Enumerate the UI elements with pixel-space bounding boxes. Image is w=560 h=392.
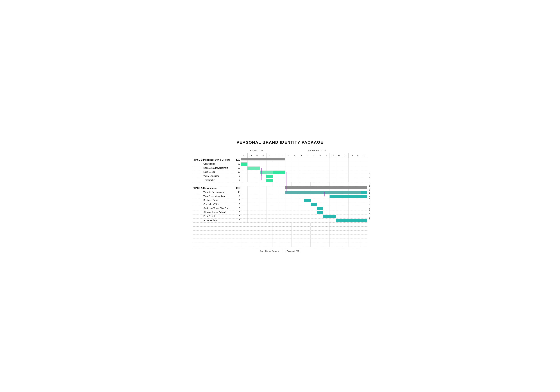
grid-row <box>241 162 367 166</box>
task-bar <box>285 191 361 194</box>
timeline-grid: August 2014September 2014 27282930311234… <box>241 149 367 247</box>
day-label: 1 <box>273 153 279 158</box>
day-label: 15 <box>361 153 367 158</box>
grid-row <box>241 178 367 182</box>
gantt-page: PERSONAL BRAND IDENTITY PACKAGE PHASE 1 … <box>193 140 367 252</box>
day-label: 30 <box>260 153 266 158</box>
today-marker <box>273 149 273 247</box>
row-value: 49% <box>233 159 240 161</box>
blank-row <box>193 243 241 247</box>
day-label: 3 <box>285 153 292 158</box>
task-bar <box>336 219 367 222</box>
gantt-body <box>241 158 367 247</box>
grid-row <box>241 231 367 235</box>
page-title: PERSONAL BRAND IDENTITY PACKAGE <box>193 140 367 145</box>
day-label: 27 <box>241 153 247 158</box>
row-label: Typography <box>199 179 233 181</box>
grid-row <box>241 206 367 211</box>
task-row-label: Animated Logo0 <box>193 219 241 222</box>
grid-row <box>241 239 367 243</box>
day-label: 2 <box>279 153 285 158</box>
task-row-label: Research & Development65 <box>193 166 241 170</box>
row-label: Stickers (Leave Behind) <box>199 211 233 213</box>
task-bar <box>273 171 285 174</box>
task-row-label: Logo Design65 <box>193 170 241 174</box>
grid-row <box>241 243 367 247</box>
row-label: Business Cards <box>199 199 233 201</box>
day-label: 31 <box>266 153 273 158</box>
grid-row <box>241 222 367 227</box>
footer-date: 27 August 2014 <box>285 250 300 252</box>
row-value: 0 <box>233 179 240 181</box>
gantt-chart: PHASE 1 (Initial Research & Design)49%Co… <box>193 149 367 247</box>
grid-row <box>241 219 367 222</box>
grid-row <box>241 194 367 198</box>
footer-author: Carly Dutch-Greene <box>260 250 279 252</box>
row-value: 10 <box>233 195 240 197</box>
phase-bar <box>285 186 367 189</box>
row-label: Research & Development <box>199 167 233 169</box>
grid-row <box>241 166 367 170</box>
row-value: 0 <box>233 175 240 177</box>
row-label: Visual Language <box>199 175 233 177</box>
day-label: 7 <box>310 153 317 158</box>
month-headers: August 2014September 2014 <box>241 149 367 153</box>
row-label: Website Development <box>199 191 233 193</box>
task-row-label: Stationary/Thank You Cards0 <box>193 206 241 211</box>
footer-separator: | <box>282 250 282 252</box>
footer: Carly Dutch-Greene | 27 August 2014 <box>193 249 367 252</box>
task-bar <box>260 171 273 174</box>
row-label: Animated Logo <box>199 219 233 221</box>
task-row-label: Typography0 <box>193 178 241 182</box>
task-row-label: Visual Language0 <box>193 174 241 178</box>
task-bar <box>317 207 323 210</box>
row-value: 65 <box>233 167 240 169</box>
row-label: PHASE 2 (Deliverables) <box>193 187 233 189</box>
row-value: 0 <box>233 219 240 221</box>
grid-row <box>241 174 367 178</box>
task-row-label: Consultation65 <box>193 162 241 166</box>
day-label: 12 <box>342 153 349 158</box>
task-row-label: Print Portfolio0 <box>193 214 241 219</box>
blank-row <box>193 222 241 227</box>
grid-row <box>241 202 367 206</box>
row-label: Print Portfolio <box>199 215 233 218</box>
task-row-label: Business Cards0 <box>193 198 241 202</box>
day-label: 5 <box>298 153 304 158</box>
row-label: Curriculum Vitae <box>199 203 233 205</box>
day-label: 9 <box>323 153 330 158</box>
blank-row <box>193 235 241 239</box>
row-label: Logo Design <box>199 171 233 173</box>
row-value: 0 <box>233 207 240 210</box>
blank-row <box>193 182 241 186</box>
grid-row <box>241 186 367 190</box>
grid-row <box>241 158 367 162</box>
row-value: 65 <box>233 171 240 173</box>
row-value: 0 <box>233 215 240 218</box>
grid-row <box>241 182 367 186</box>
blank-row <box>193 231 241 235</box>
day-headers: 2728293031123456789101112131415 <box>241 153 367 158</box>
grid-row <box>241 190 367 194</box>
task-bar <box>323 215 336 218</box>
task-bar <box>304 199 310 202</box>
row-label: Consultation <box>199 163 233 165</box>
day-label: 11 <box>336 153 342 158</box>
task-bar <box>361 191 367 194</box>
task-row-label: Website Development95 <box>193 190 241 194</box>
day-label: 6 <box>304 153 310 158</box>
day-label: 8 <box>317 153 323 158</box>
blank-row <box>193 239 241 243</box>
month-label: August 2014 <box>250 149 264 152</box>
phase-row-label: PHASE 1 (Initial Research & Design)49% <box>193 158 241 162</box>
task-bar <box>330 195 367 198</box>
day-label: 28 <box>247 153 254 158</box>
grid-row <box>241 227 367 231</box>
row-label: Stationary/Thank You Cards <box>199 207 233 210</box>
task-bar <box>266 179 273 182</box>
row-labels-column: PHASE 1 (Initial Research & Design)49%Co… <box>193 149 241 247</box>
row-label: WordPress Integration <box>199 195 233 197</box>
task-row-label: WordPress Integration10 <box>193 194 241 198</box>
row-value: 0 <box>233 211 240 213</box>
day-label: 29 <box>254 153 260 158</box>
